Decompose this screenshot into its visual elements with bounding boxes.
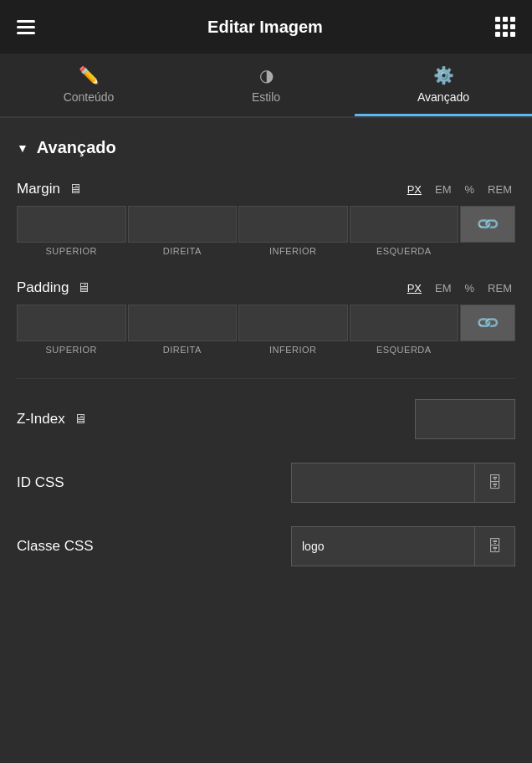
- margin-label-direita: DIREITA: [128, 246, 238, 256]
- monitor-icon: 🖥: [69, 182, 82, 197]
- margin-unit-options: PX EM % REM: [404, 182, 515, 197]
- padding-link-icon: 🔗: [474, 310, 500, 335]
- padding-esquerda-cell: [350, 305, 459, 341]
- padding-label-esquerda: ESQUERDA: [350, 345, 459, 355]
- padding-inferior-input[interactable]: [239, 305, 347, 341]
- grid-menu-button[interactable]: [495, 17, 515, 37]
- padding-esquerda-input[interactable]: [350, 305, 458, 341]
- classecss-db-button[interactable]: 🗄: [475, 526, 515, 566]
- link-icon: 🔗: [474, 211, 500, 237]
- content-area: ▼ Avançado Margin 🖥 PX EM % REM: [0, 118, 532, 610]
- tab-avancado[interactable]: ⚙️ Avançado: [355, 54, 532, 116]
- padding-label-superior: SUPERIOR: [17, 345, 126, 355]
- padding-sublabels: SUPERIOR DIREITA INFERIOR ESQUERDA: [17, 345, 515, 355]
- margin-superior-input[interactable]: [18, 207, 125, 242]
- classecss-row: Classe CSS 🗄: [17, 526, 515, 566]
- tab-conteudo-label: Conteúdo: [64, 90, 115, 104]
- padding-monitor-icon: 🖥: [77, 280, 90, 295]
- idcss-input-group: 🗄: [291, 463, 515, 503]
- margin-inferior-input[interactable]: [239, 207, 347, 242]
- margin-label: Margin: [17, 181, 60, 197]
- padding-superior-input[interactable]: [18, 305, 125, 341]
- tabs-bar: ✏️ Conteúdo ◑ Estilo ⚙️ Avançado: [0, 54, 532, 118]
- zindex-row: Z-Index 🖥: [17, 399, 515, 439]
- classecss-database-icon: 🗄: [488, 538, 503, 556]
- margin-superior-cell: [17, 206, 126, 243]
- zindex-label-group: Z-Index 🖥: [17, 411, 87, 428]
- gear-icon: ⚙️: [433, 65, 454, 85]
- menu-button[interactable]: [17, 20, 35, 34]
- padding-label-row: Padding 🖥 PX EM % REM: [17, 279, 515, 296]
- padding-label-direita: DIREITA: [128, 345, 238, 355]
- chevron-down-icon: ▼: [17, 141, 28, 155]
- padding-inferior-cell: [238, 305, 348, 341]
- padding-unit-percent[interactable]: %: [462, 280, 478, 296]
- margin-esquerda-input[interactable]: [350, 207, 458, 242]
- idcss-label: ID CSS: [17, 474, 64, 491]
- section-header: ▼ Avançado: [17, 138, 515, 157]
- padding-unit-em[interactable]: EM: [432, 280, 455, 296]
- header-title: Editar Imagem: [207, 18, 323, 37]
- header: Editar Imagem: [0, 0, 532, 54]
- padding-inputs: 🔗: [17, 305, 515, 341]
- divider: [17, 378, 515, 379]
- idcss-input[interactable]: [291, 463, 475, 503]
- tab-avancado-label: Avançado: [417, 90, 469, 104]
- padding-direita-cell: [128, 305, 238, 341]
- idcss-db-button[interactable]: 🗄: [475, 463, 515, 503]
- margin-esquerda-cell: [350, 206, 459, 243]
- padding-direita-input[interactable]: [129, 305, 237, 341]
- half-circle-icon: ◑: [259, 65, 274, 85]
- zindex-monitor-icon: 🖥: [74, 412, 87, 427]
- margin-unit-em[interactable]: EM: [432, 182, 455, 197]
- padding-link-button[interactable]: 🔗: [460, 305, 515, 341]
- padding-label-inferior: INFERIOR: [238, 345, 348, 355]
- margin-label-row: Margin 🖥 PX EM % REM: [17, 181, 515, 197]
- classecss-input-group: 🗄: [291, 526, 515, 566]
- padding-unit-px[interactable]: PX: [404, 280, 425, 296]
- padding-group: Padding 🖥 PX EM % REM: [17, 279, 515, 355]
- margin-label-inferior: INFERIOR: [238, 246, 348, 256]
- margin-label-superior: SUPERIOR: [17, 246, 126, 256]
- tab-conteudo[interactable]: ✏️ Conteúdo: [0, 54, 177, 116]
- idcss-row: ID CSS 🗄: [17, 463, 515, 503]
- pencil-icon: ✏️: [79, 65, 100, 85]
- padding-unit-options: PX EM % REM: [404, 280, 515, 296]
- margin-link-button[interactable]: 🔗: [460, 206, 515, 243]
- tab-estilo-label: Estilo: [252, 90, 280, 104]
- database-icon: 🗄: [488, 474, 503, 492]
- margin-direita-cell: [128, 206, 238, 243]
- zindex-label: Z-Index: [17, 411, 65, 428]
- margin-inputs: 🔗: [17, 206, 515, 243]
- margin-unit-px[interactable]: PX: [404, 182, 425, 197]
- margin-direita-input[interactable]: [129, 207, 237, 242]
- classecss-input[interactable]: [291, 526, 475, 566]
- padding-unit-rem[interactable]: REM: [484, 280, 515, 296]
- padding-superior-cell: [17, 305, 126, 341]
- margin-unit-percent[interactable]: %: [462, 182, 478, 197]
- margin-inferior-cell: [238, 206, 348, 243]
- zindex-input[interactable]: [415, 399, 515, 439]
- classecss-label: Classe CSS: [17, 538, 94, 555]
- margin-unit-rem[interactable]: REM: [484, 182, 515, 197]
- section-title: Avançado: [37, 138, 116, 157]
- padding-label: Padding: [17, 279, 69, 296]
- margin-group: Margin 🖥 PX EM % REM: [17, 181, 515, 256]
- margin-sublabels: SUPERIOR DIREITA INFERIOR ESQUERDA: [17, 246, 515, 256]
- margin-label-esquerda: ESQUERDA: [350, 246, 459, 256]
- tab-estilo[interactable]: ◑ Estilo: [177, 54, 355, 116]
